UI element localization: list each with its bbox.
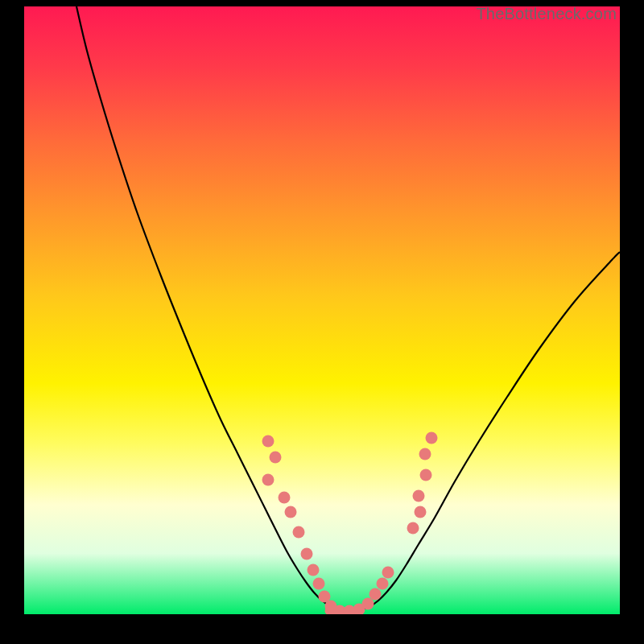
data-dot [270, 452, 282, 464]
data-dot [419, 448, 431, 460]
data-dot [293, 526, 305, 539]
data-dot [279, 492, 291, 504]
data-dot [285, 506, 297, 518]
data-dot [262, 436, 275, 448]
data-dots-group [262, 432, 438, 615]
data-dot [382, 567, 394, 579]
bottleneck-curve [76, 6, 620, 611]
data-dot [313, 578, 325, 590]
chart-overlay [24, 6, 620, 614]
data-dot [426, 432, 438, 444]
data-dot [308, 564, 320, 576]
data-dot [407, 522, 419, 535]
data-dot [377, 578, 389, 590]
data-dot [415, 506, 427, 518]
data-dot [262, 474, 275, 486]
data-dot [362, 598, 374, 610]
data-dot [301, 548, 313, 560]
data-dot [369, 588, 382, 601]
watermark-text: TheBottleneck.com [476, 5, 617, 23]
data-dot [420, 469, 432, 481]
data-dot [413, 490, 425, 502]
